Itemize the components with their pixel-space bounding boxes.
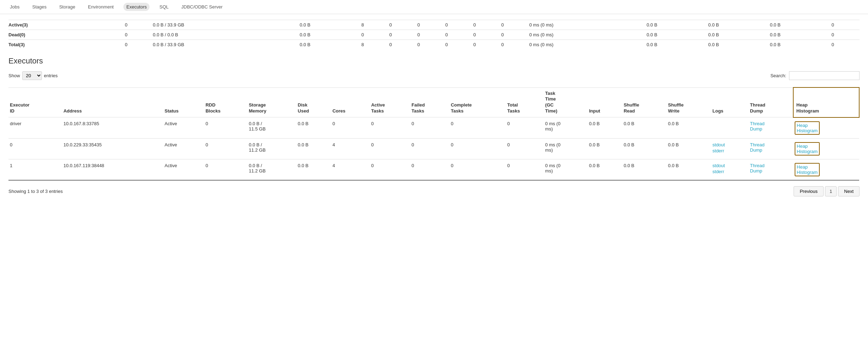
table-cell: 10.0.229.33:35435: [62, 138, 163, 159]
table-cell: Active: [163, 138, 204, 159]
nav-item-jobs[interactable]: Jobs: [7, 3, 22, 11]
table-cell: 0: [410, 138, 449, 159]
table-cell: Heap Histogram: [793, 138, 859, 159]
table-cell: 0.0 B: [622, 159, 667, 180]
previous-button[interactable]: Previous: [794, 186, 824, 196]
summary-cell: 0.0 B / 33.9 GB: [153, 20, 300, 30]
thread-dump-link[interactable]: Thread Dump: [750, 142, 764, 153]
summary-cell: 0.0 B: [300, 40, 361, 50]
table-cell: Thread Dump: [748, 159, 793, 180]
nav-item-stages[interactable]: Stages: [29, 3, 49, 11]
table-cell: 0: [370, 117, 410, 139]
executors-table: Executor IDAddressStatusRDD BlocksStorag…: [8, 87, 860, 181]
table-cell: Heap Histogram: [793, 159, 859, 180]
entries-select[interactable]: 20 40 60 100: [22, 71, 42, 80]
table-row: 010.0.229.33:35435Active00.0 B / 11.2 GB…: [8, 138, 859, 159]
col-header-storage-memory: Storage Memory: [247, 87, 297, 117]
summary-cell: 0: [501, 40, 529, 50]
summary-cell: 0: [125, 20, 153, 30]
table-cell: 0: [370, 159, 410, 180]
col-header-executor-id: Executor ID: [8, 87, 62, 117]
thread-dump-link[interactable]: Thread Dump: [750, 121, 764, 132]
main-content: Active(3)00.0 B / 33.9 GB0.0 B8000000 ms…: [0, 14, 868, 205]
col-header-rdd-blocks: RDD Blocks: [204, 87, 247, 117]
log-link-stdout[interactable]: stdout: [713, 142, 746, 147]
table-cell: 0.0 B / 11.5 GB: [247, 117, 297, 139]
col-header-shuffle-read: Shuffle Read: [622, 87, 667, 117]
table-cell: 10.0.167.119:38448: [62, 159, 163, 180]
page-number: 1: [825, 186, 837, 196]
col-header-failed-tasks: Failed Tasks: [410, 87, 449, 117]
table-row: driver10.0.167.8:33785Active00.0 B / 11.…: [8, 117, 859, 139]
col-header-task-time-(gc-time): Task Time (GC Time): [544, 87, 587, 117]
col-header-disk-used: Disk Used: [297, 87, 331, 117]
nav-item-executors[interactable]: Executors: [123, 3, 149, 11]
summary-cell: 0: [361, 30, 389, 40]
heap-histogram-link[interactable]: Heap Histogram: [795, 121, 820, 135]
table-cell: 0.0 B: [622, 138, 667, 159]
summary-cell: 8: [361, 20, 389, 30]
summary-cell: 0.0 B: [708, 30, 770, 40]
summary-cell: 0: [125, 30, 153, 40]
summary-cell: 0: [501, 30, 529, 40]
table-cell: 0.0 B: [667, 117, 711, 139]
summary-cell: 0: [445, 40, 473, 50]
table-cell: 0.0 B: [588, 138, 622, 159]
nav-item-sql[interactable]: SQL: [157, 3, 171, 11]
log-link-stderr[interactable]: stderr: [713, 169, 746, 174]
log-link-stderr[interactable]: stderr: [713, 148, 746, 153]
heap-histogram-link[interactable]: Heap Histogram: [795, 142, 820, 156]
col-header-logs: Logs: [711, 87, 749, 117]
summary-cell: Dead(0): [8, 30, 125, 40]
show-entries-group: Show 20 40 60 100 entries: [8, 71, 58, 80]
nav-item-storage[interactable]: Storage: [56, 3, 78, 11]
col-header-heap-histogram: Heap Histogram: [793, 87, 859, 117]
table-cell: 1: [8, 159, 62, 180]
summary-cell: 0.0 B / 0.0 B: [153, 30, 300, 40]
summary-cell: 0: [417, 40, 445, 50]
table-cell: 0 ms (0 ms): [544, 138, 587, 159]
table-cell: stdoutstderr: [711, 138, 749, 159]
search-row: Search:: [770, 71, 860, 80]
showing-text: Showing 1 to 3 of 3 entries: [8, 189, 63, 194]
table-cell: 0: [410, 159, 449, 180]
summary-cell: 0: [473, 40, 501, 50]
table-cell: 0: [204, 117, 247, 139]
summary-cell: 0: [473, 20, 501, 30]
table-cell: 0 ms (0 ms): [544, 159, 587, 180]
show-label: Show: [8, 73, 20, 78]
summary-cell: 0.0 B: [300, 20, 361, 30]
summary-cell: 8: [361, 40, 389, 50]
summary-cell: Active(3): [8, 20, 125, 30]
nav-item-environment[interactable]: Environment: [85, 3, 117, 11]
next-button[interactable]: Next: [838, 186, 860, 196]
summary-cell: 0 ms (0 ms): [529, 30, 647, 40]
table-row: 110.0.167.119:38448Active00.0 B / 11.2 G…: [8, 159, 859, 180]
table-cell: 0: [450, 117, 506, 139]
nav-item-jdbc[interactable]: JDBC/ODBC Server: [178, 3, 225, 11]
summary-cell: 0.0 B: [647, 20, 708, 30]
footer: Showing 1 to 3 of 3 entries Previous 1 N…: [8, 181, 860, 199]
summary-cell: 0: [473, 30, 501, 40]
table-cell: 0: [204, 138, 247, 159]
summary-cell: 0: [389, 30, 417, 40]
summary-cell: 0.0 B / 33.9 GB: [153, 40, 300, 50]
search-label: Search:: [770, 73, 786, 78]
summary-cell: 0.0 B: [770, 30, 832, 40]
table-cell: 10.0.167.8:33785: [62, 117, 163, 139]
log-link-stdout[interactable]: stdout: [713, 163, 746, 168]
search-input[interactable]: [789, 71, 860, 80]
thread-dump-link[interactable]: Thread Dump: [750, 163, 764, 174]
pagination: Previous 1 Next: [794, 186, 860, 196]
table-cell: 4: [331, 138, 370, 159]
nav-bar: Jobs Stages Storage Environment Executor…: [0, 0, 868, 14]
summary-cell: 0: [832, 30, 860, 40]
table-cell: Thread Dump: [748, 117, 793, 139]
section-title: Executors: [8, 56, 860, 66]
summary-cell: 0: [389, 40, 417, 50]
heap-histogram-link[interactable]: Heap Histogram: [795, 163, 820, 176]
summary-cell: 0.0 B: [708, 20, 770, 30]
summary-cell: 0 ms (0 ms): [529, 40, 647, 50]
summary-cell: 0 ms (0 ms): [529, 20, 647, 30]
table-cell: Active: [163, 117, 204, 139]
